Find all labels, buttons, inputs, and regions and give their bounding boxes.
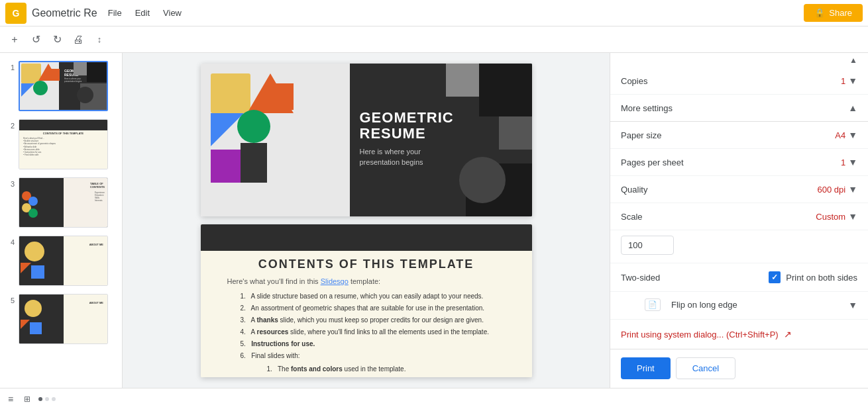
quality-value-wrap: 600 dpi ▼ <box>817 184 857 195</box>
scale-label: Scale <box>621 212 643 222</box>
copies-value: 1 <box>841 76 845 86</box>
paper-size-value-wrap: A4 ▼ <box>835 130 857 140</box>
slide-img-1: GEOMETRIC RESUME Here is where yourprese… <box>19 61 108 111</box>
flip-row: 📄 Flip on long edge ▼ <box>610 292 868 320</box>
paper-size-value: A4 <box>835 130 845 140</box>
share-button[interactable]: 🔒 Share <box>804 4 863 22</box>
slide-canvas-secondary: CONTENTS OF THIS TEMPLATE Here's what yo… <box>201 224 532 377</box>
print-toolbar-button[interactable]: 🖨 <box>69 30 87 49</box>
main-content: 1 GEOMETRIC RESUME Here is where yourpre… <box>0 53 868 388</box>
undo-button[interactable]: ↺ <box>27 30 45 49</box>
slide-canvas-main: GEOMETRICRESUME Here is where yourpresen… <box>201 64 532 216</box>
scale-value: Custom <box>816 212 845 222</box>
quality-dropdown[interactable]: ▼ <box>848 184 857 195</box>
panel-footer: Print Cancel <box>610 349 868 387</box>
pages-per-sheet-value: 1 <box>841 158 845 167</box>
flip-icon: 📄 <box>645 298 661 311</box>
scale-input[interactable] <box>621 236 674 255</box>
more-settings-label: More settings <box>621 103 673 113</box>
canvas-area: GEOMETRICRESUME Here is where yourpresen… <box>123 53 610 388</box>
list-view-button[interactable]: ≡ <box>5 391 16 407</box>
slide-num-1: 1 <box>5 61 15 71</box>
copies-row: Copies 1 ▼ <box>610 68 868 95</box>
scale-row: Scale Custom ▼ <box>610 203 868 230</box>
indicator-dot-3 <box>52 397 56 401</box>
slide-num-2: 2 <box>5 119 15 130</box>
indicator-dot-2 <box>45 397 49 401</box>
system-dialog-row[interactable]: Print using system dialog... (Ctrl+Shift… <box>610 320 868 349</box>
slide-thumb-5[interactable]: 5 ABOUT ME <box>3 291 119 347</box>
format-button[interactable]: ↕ <box>90 30 109 49</box>
two-sided-row: Two-sided Print on both sides <box>610 263 868 292</box>
quality-value: 600 dpi <box>817 185 845 195</box>
redo-button[interactable]: ↻ <box>48 30 66 49</box>
quality-label: Quality <box>621 185 647 195</box>
lock-icon: 🔒 <box>814 8 825 18</box>
more-settings-chevron-up[interactable]: ▲ <box>848 103 857 113</box>
add-button[interactable]: + <box>5 30 24 49</box>
slide-num-3: 3 <box>5 177 15 188</box>
slide-img-3: TABLE OFCONTENTS ExperienceEducationSkil… <box>19 177 108 228</box>
paper-size-dropdown[interactable]: ▼ <box>848 130 857 140</box>
copies-value-wrap: 1 ▼ <box>841 75 857 86</box>
more-settings-header[interactable]: More settings ▲ <box>610 95 868 122</box>
slide-num-4: 4 <box>5 236 15 246</box>
slide-indicator <box>38 397 56 401</box>
top-bar: G Geometric Re File Edit View 🔒 Share <box>0 0 868 26</box>
slide-thumb-3[interactable]: 3 TABLE OFCONTENTS ExperienceEducationSk… <box>3 175 119 230</box>
slide-num-5: 5 <box>5 294 15 304</box>
slide-thumb-4[interactable]: 4 ABOUT ME <box>3 233 119 289</box>
scale-input-row <box>610 230 868 263</box>
menu-view[interactable]: View <box>158 5 187 21</box>
print-button[interactable]: Print <box>621 357 671 379</box>
pages-per-sheet-row: Pages per sheet 1 ▼ <box>610 149 868 176</box>
print-panel: ▲ Copies 1 ▼ More settings ▲ Paper size … <box>610 53 868 388</box>
copies-dropdown-arrow[interactable]: ▼ <box>848 75 857 86</box>
paper-size-row: Paper size A4 ▼ <box>610 122 868 149</box>
menu-file[interactable]: File <box>103 5 127 21</box>
system-dialog-text: Print using system dialog... (Ctrl+Shift… <box>621 330 779 340</box>
pages-per-sheet-dropdown[interactable]: ▼ <box>848 157 857 167</box>
two-sided-checkbox[interactable] <box>769 271 781 283</box>
scale-dropdown[interactable]: ▼ <box>848 211 857 222</box>
scale-value-wrap: Custom ▼ <box>816 211 857 222</box>
slide-thumb-1[interactable]: 1 GEOMETRIC RESUME Here is where yourpre… <box>3 58 119 114</box>
copies-label: Copies <box>621 76 647 86</box>
two-sided-label: Two-sided <box>621 273 763 283</box>
paper-size-label: Paper size <box>621 130 661 140</box>
pages-per-sheet-label: Pages per sheet <box>621 158 684 167</box>
flip-value-wrap: Flip on long edge ▼ <box>671 300 857 310</box>
quality-row: Quality 600 dpi ▼ <box>610 176 868 203</box>
cancel-button[interactable]: Cancel <box>676 357 735 379</box>
slide-panel: 1 GEOMETRIC RESUME Here is where yourpre… <box>0 53 123 388</box>
print-both-sides-label: Print on both sides <box>786 273 857 283</box>
flip-label: Flip on long edge <box>671 300 737 310</box>
slide-img-2: CONTENTS OF THIS TEMPLATE Here's what yo… <box>19 119 108 169</box>
flip-dropdown[interactable]: ▼ <box>848 300 857 310</box>
panel-scroll-up[interactable]: ▲ <box>610 53 868 68</box>
bottom-bar: ≡ ⊞ <box>0 388 868 409</box>
menu-bar: File Edit View <box>103 5 187 21</box>
doc-title: Geometric Re <box>32 7 97 19</box>
menu-edit[interactable]: Edit <box>130 5 155 21</box>
grid-view-button[interactable]: ⊞ <box>21 392 33 406</box>
slide-img-5: ABOUT ME <box>19 294 108 344</box>
slide-thumb-2[interactable]: 2 CONTENTS OF THIS TEMPLATE Here's what … <box>3 116 119 172</box>
toolbar: + ↺ ↻ 🖨 ↕ <box>0 26 868 53</box>
slide-img-4: ABOUT ME <box>19 236 108 286</box>
external-link-icon: ↗ <box>784 329 792 340</box>
pages-per-sheet-value-wrap: 1 ▼ <box>841 157 857 167</box>
app-icon: G <box>5 3 27 24</box>
indicator-dot-1 <box>38 397 42 401</box>
